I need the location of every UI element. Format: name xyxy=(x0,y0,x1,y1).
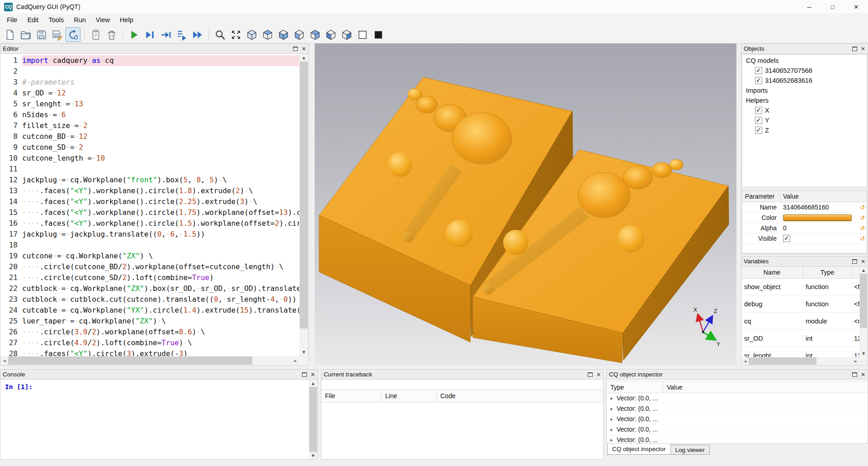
checkbox[interactable] xyxy=(755,67,762,74)
scroll-left-icon[interactable]: ◄ xyxy=(741,357,749,365)
checkbox[interactable] xyxy=(755,107,762,114)
reset-parameter-icon[interactable]: ↺ xyxy=(859,214,867,221)
editor-horizontal-scrollbar[interactable]: ◄ ► xyxy=(0,356,299,365)
tree-item[interactable]: 3140652683616 xyxy=(742,76,867,86)
tree-item[interactable]: Imports xyxy=(742,86,867,95)
editor-vertical-scrollbar[interactable]: ▲ ▼ xyxy=(299,54,308,356)
menu-edit[interactable]: Edit xyxy=(22,14,43,25)
console-body[interactable]: In [1]: ▲ ▼ xyxy=(0,380,318,460)
tab-log-viewer[interactable]: Log viewer xyxy=(671,445,710,455)
scrollbar-thumb[interactable] xyxy=(309,387,317,452)
variable-row[interactable]: sr_ODint12 xyxy=(741,330,859,347)
step-over-button[interactable] xyxy=(158,27,173,42)
scrollbar-thumb[interactable] xyxy=(860,274,867,328)
inspector-row[interactable]: ▸Vector: (0.0, ... xyxy=(607,393,868,404)
autoreload-button[interactable] xyxy=(66,27,80,42)
inspector-row[interactable]: ▸Vector: (0.0, ... xyxy=(607,414,868,424)
variable-row[interactable]: debugfunction<f xyxy=(741,295,859,313)
float-panel-icon[interactable] xyxy=(852,372,857,377)
float-panel-icon[interactable] xyxy=(293,47,298,51)
front-view-button[interactable] xyxy=(292,27,307,42)
checkbox[interactable] xyxy=(755,127,762,134)
open-file-button[interactable] xyxy=(18,27,33,42)
reset-parameter-icon[interactable]: ↺ xyxy=(859,235,867,242)
new-file-button[interactable] xyxy=(2,27,17,42)
float-panel-icon[interactable] xyxy=(588,372,593,377)
clipboard-button[interactable] xyxy=(88,27,103,42)
left-view-button[interactable] xyxy=(323,27,338,42)
variables-horizontal-scrollbar[interactable]: ◄ ► xyxy=(741,357,859,365)
tree-item[interactable]: CQ models xyxy=(742,56,867,66)
parameter-value[interactable]: 0 xyxy=(780,224,859,232)
parameter-row[interactable]: Visible↺ xyxy=(742,233,867,244)
close-panel-icon[interactable]: ✕ xyxy=(861,259,865,264)
right-view-button[interactable] xyxy=(339,27,354,42)
iso-view-button[interactable] xyxy=(244,27,259,42)
close-panel-icon[interactable]: ✕ xyxy=(311,372,315,377)
reset-parameter-icon[interactable]: ↺ xyxy=(859,225,867,232)
float-panel-icon[interactable] xyxy=(302,372,307,377)
tree-item[interactable]: 3140652707568 xyxy=(742,66,867,76)
scroll-right-icon[interactable]: ► xyxy=(852,357,859,365)
variable-row[interactable]: cqmodule<m xyxy=(741,313,859,330)
save-button[interactable] xyxy=(34,27,49,42)
console-vertical-scrollbar[interactable]: ▲ ▼ xyxy=(309,380,317,459)
close-button[interactable]: ✕ xyxy=(844,0,868,14)
code-editor[interactable]: 1import·cadquery·as·cq23#·parameters4sr_… xyxy=(0,54,299,356)
scrollbar-thumb[interactable] xyxy=(8,357,252,365)
inspector-row[interactable]: ▸Vector: (0.0, ... xyxy=(607,424,868,435)
render-button[interactable] xyxy=(127,27,142,42)
menu-view[interactable]: View xyxy=(91,14,115,25)
menu-file[interactable]: File xyxy=(2,14,22,25)
back-view-button[interactable] xyxy=(307,27,322,42)
inspect-button[interactable] xyxy=(212,27,227,42)
continue-button[interactable] xyxy=(190,27,205,42)
inspector-row[interactable]: ▸Vector: (0.0, ... xyxy=(607,404,868,414)
checkbox[interactable] xyxy=(755,117,762,124)
delete-button[interactable] xyxy=(104,27,119,42)
scroll-down-icon[interactable]: ▼ xyxy=(309,452,317,459)
tab-cq-object-inspector[interactable]: CQ object inspector xyxy=(607,443,671,455)
top-view-button[interactable] xyxy=(260,27,275,42)
tree-item[interactable]: Helpers xyxy=(742,95,867,105)
wireframe-button[interactable] xyxy=(355,27,370,42)
tree-item[interactable]: Y xyxy=(742,115,867,125)
close-panel-icon[interactable]: ✕ xyxy=(596,372,601,377)
editor-body[interactable]: 1import·cadquery·as·cq23#·parameters4sr_… xyxy=(0,54,309,366)
parameter-row[interactable]: Color↺ xyxy=(742,213,867,223)
parameter-value[interactable] xyxy=(780,214,859,221)
variable-row[interactable]: sr_lenghtint13 xyxy=(741,347,859,357)
close-panel-icon[interactable]: ✕ xyxy=(861,46,865,52)
tree-item[interactable]: X xyxy=(742,105,867,115)
bottom-view-button[interactable] xyxy=(276,27,291,42)
menu-help[interactable]: Help xyxy=(115,14,138,25)
parameter-value[interactable]: 3140646685160 xyxy=(780,204,859,211)
scroll-right-icon[interactable]: ► xyxy=(292,356,299,365)
step-into-button[interactable] xyxy=(174,27,189,42)
expander-icon[interactable]: ▸ xyxy=(607,427,617,433)
float-panel-icon[interactable] xyxy=(852,47,857,51)
variables-vertical-scrollbar[interactable]: ▲ ▼ xyxy=(859,266,868,357)
tree-item[interactable]: Z xyxy=(742,125,867,135)
expander-icon[interactable]: ▸ xyxy=(607,437,617,443)
close-panel-icon[interactable]: ✕ xyxy=(302,46,306,52)
color-swatch[interactable] xyxy=(783,214,852,221)
inspector-row[interactable]: ▸Vector: (0.0, ... xyxy=(607,435,868,444)
parameter-row[interactable]: Alpha0↺ xyxy=(742,223,867,233)
close-panel-icon[interactable]: ✕ xyxy=(861,372,865,377)
shaded-button[interactable] xyxy=(371,27,386,42)
checkbox[interactable] xyxy=(755,77,762,84)
scroll-up-icon[interactable]: ▲ xyxy=(859,266,868,274)
viewport-3d[interactable]: X Z Y xyxy=(315,43,736,366)
debug-button[interactable] xyxy=(142,27,157,42)
parameter-row[interactable]: Name3140646685160↺ xyxy=(742,202,867,213)
scroll-up-icon[interactable]: ▲ xyxy=(309,380,317,387)
scroll-left-icon[interactable]: ◄ xyxy=(0,356,8,365)
menu-tools[interactable]: Tools xyxy=(43,14,69,25)
reset-parameter-icon[interactable]: ↺ xyxy=(859,204,867,211)
save-as-button[interactable] xyxy=(50,27,65,42)
variable-row[interactable]: show_objectfunction<f xyxy=(741,278,859,295)
checkbox[interactable] xyxy=(783,235,790,242)
scroll-down-icon[interactable]: ▼ xyxy=(299,348,308,356)
float-panel-icon[interactable] xyxy=(852,259,857,264)
